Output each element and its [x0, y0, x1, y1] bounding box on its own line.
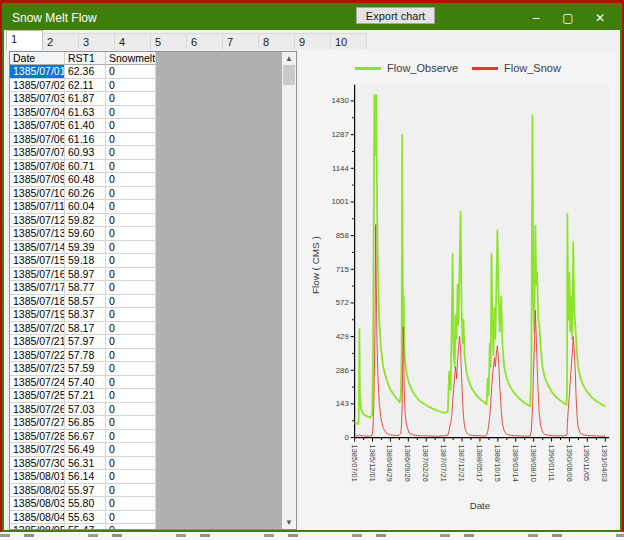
- scrollbar-thumb[interactable]: [283, 65, 295, 85]
- cell-snowmelt[interactable]: 0: [106, 214, 156, 228]
- cell-rst1[interactable]: 56.49: [65, 443, 106, 457]
- cell-rst1[interactable]: 60.93: [65, 146, 106, 160]
- table-row[interactable]: 1385/07/24 57.40 0: [10, 376, 282, 390]
- cell-date[interactable]: 1385/07/08: [10, 160, 65, 174]
- cell-snowmelt[interactable]: 0: [106, 227, 156, 241]
- table-row[interactable]: 1385/07/21 57.97 0: [10, 335, 282, 349]
- table-row[interactable]: 1385/07/08 60.71 0: [10, 160, 282, 174]
- cell-rst1[interactable]: 55.47: [65, 524, 106, 529]
- close-icon[interactable]: ✕: [584, 5, 616, 30]
- table-row[interactable]: 1385/07/09 60.48 0: [10, 173, 282, 187]
- tab[interactable]: 5: [150, 33, 187, 50]
- cell-date[interactable]: 1385/08/01: [10, 470, 65, 484]
- cell-date[interactable]: 1385/07/15: [10, 254, 65, 268]
- cell-snowmelt[interactable]: 0: [106, 146, 156, 160]
- table-row[interactable]: 1385/07/03 61.87 0: [10, 92, 282, 106]
- cell-rst1[interactable]: 59.39: [65, 241, 106, 255]
- cell-date[interactable]: 1385/07/06: [10, 133, 65, 147]
- cell-date[interactable]: 1385/08/02: [10, 484, 65, 498]
- column-header-snowmelt[interactable]: Snowmelt: [106, 52, 156, 65]
- cell-rst1[interactable]: 56.31: [65, 457, 106, 471]
- table-row[interactable]: 1385/07/19 58.37 0: [10, 308, 282, 322]
- cell-date[interactable]: 1385/07/30: [10, 457, 65, 471]
- cell-snowmelt[interactable]: 0: [106, 416, 156, 430]
- tab[interactable]: 4: [114, 33, 151, 50]
- cell-snowmelt[interactable]: 0: [106, 281, 156, 295]
- cell-date[interactable]: 1385/07/22: [10, 349, 65, 363]
- cell-date[interactable]: 1385/07/20: [10, 322, 65, 336]
- cell-rst1[interactable]: 62.36: [65, 65, 106, 79]
- table-row[interactable]: 1385/07/22 57.78 0: [10, 349, 282, 363]
- cell-rst1[interactable]: 59.18: [65, 254, 106, 268]
- cell-rst1[interactable]: 58.37: [65, 308, 106, 322]
- cell-snowmelt[interactable]: 0: [106, 119, 156, 133]
- cell-date[interactable]: 1385/07/13: [10, 227, 65, 241]
- column-header-date[interactable]: Date: [10, 52, 65, 65]
- cell-date[interactable]: 1385/07/27: [10, 416, 65, 430]
- cell-date[interactable]: 1385/07/17: [10, 281, 65, 295]
- table-row[interactable]: 1385/07/23 57.59 0: [10, 362, 282, 376]
- tab[interactable]: 8: [258, 33, 295, 50]
- cell-date[interactable]: 1385/07/14: [10, 241, 65, 255]
- table-row[interactable]: 1385/07/05 61.40 0: [10, 119, 282, 133]
- cell-snowmelt[interactable]: 0: [106, 511, 156, 525]
- cell-date[interactable]: 1385/07/01: [10, 65, 65, 79]
- cell-date[interactable]: 1385/07/03: [10, 92, 65, 106]
- grid-vertical-scrollbar[interactable]: ▲ ▼: [282, 52, 296, 529]
- table-row[interactable]: 1385/07/02 62.11 0: [10, 79, 282, 93]
- cell-date[interactable]: 1385/08/04: [10, 511, 65, 525]
- cell-snowmelt[interactable]: 0: [106, 484, 156, 498]
- cell-date[interactable]: 1385/07/11: [10, 200, 65, 214]
- table-row[interactable]: 1385/07/16 58.97 0: [10, 268, 282, 282]
- scrollbar-track[interactable]: [282, 85, 296, 516]
- table-row[interactable]: 1385/07/06 61.16 0: [10, 133, 282, 147]
- cell-rst1[interactable]: 57.03: [65, 403, 106, 417]
- cell-rst1[interactable]: 59.60: [65, 227, 106, 241]
- cell-date[interactable]: 1385/07/21: [10, 335, 65, 349]
- cell-rst1[interactable]: 58.97: [65, 268, 106, 282]
- cell-date[interactable]: 1385/07/07: [10, 146, 65, 160]
- cell-rst1[interactable]: 57.78: [65, 349, 106, 363]
- cell-rst1[interactable]: 56.67: [65, 430, 106, 444]
- cell-rst1[interactable]: 60.26: [65, 187, 106, 201]
- cell-snowmelt[interactable]: 0: [106, 524, 156, 529]
- cell-rst1[interactable]: 57.97: [65, 335, 106, 349]
- cell-rst1[interactable]: 56.85: [65, 416, 106, 430]
- table-row[interactable]: 1385/07/12 59.82 0: [10, 214, 282, 228]
- table-row[interactable]: 1385/07/20 58.17 0: [10, 322, 282, 336]
- cell-snowmelt[interactable]: 0: [106, 295, 156, 309]
- cell-snowmelt[interactable]: 0: [106, 92, 156, 106]
- cell-date[interactable]: 1385/07/05: [10, 119, 65, 133]
- cell-rst1[interactable]: 61.87: [65, 92, 106, 106]
- table-row[interactable]: 1385/07/14 59.39 0: [10, 241, 282, 255]
- cell-date[interactable]: 1385/08/03: [10, 497, 65, 511]
- cell-rst1[interactable]: 55.63: [65, 511, 106, 525]
- cell-snowmelt[interactable]: 0: [106, 187, 156, 201]
- cell-snowmelt[interactable]: 0: [106, 160, 156, 174]
- cell-snowmelt[interactable]: 0: [106, 308, 156, 322]
- cell-snowmelt[interactable]: 0: [106, 65, 156, 79]
- table-row[interactable]: 1385/07/25 57.21 0: [10, 389, 282, 403]
- table-row[interactable]: 1385/07/28 56.67 0: [10, 430, 282, 444]
- cell-snowmelt[interactable]: 0: [106, 133, 156, 147]
- cell-snowmelt[interactable]: 0: [106, 335, 156, 349]
- cell-rst1[interactable]: 56.14: [65, 470, 106, 484]
- cell-rst1[interactable]: 59.82: [65, 214, 106, 228]
- minimize-icon[interactable]: –: [520, 5, 552, 30]
- cell-snowmelt[interactable]: 0: [106, 457, 156, 471]
- cell-snowmelt[interactable]: 0: [106, 403, 156, 417]
- cell-date[interactable]: 1385/07/26: [10, 403, 65, 417]
- cell-rst1[interactable]: 58.57: [65, 295, 106, 309]
- table-row[interactable]: 1385/08/02 55.97 0: [10, 484, 282, 498]
- cell-snowmelt[interactable]: 0: [106, 389, 156, 403]
- cell-snowmelt[interactable]: 0: [106, 79, 156, 93]
- cell-date[interactable]: 1385/07/02: [10, 79, 65, 93]
- cell-snowmelt[interactable]: 0: [106, 376, 156, 390]
- cell-snowmelt[interactable]: 0: [106, 106, 156, 120]
- cell-snowmelt[interactable]: 0: [106, 268, 156, 282]
- cell-rst1[interactable]: 60.71: [65, 160, 106, 174]
- cell-rst1[interactable]: 61.40: [65, 119, 106, 133]
- maximize-icon[interactable]: ▢: [552, 5, 584, 30]
- table-row[interactable]: 1385/07/15 59.18 0: [10, 254, 282, 268]
- cell-snowmelt[interactable]: 0: [106, 349, 156, 363]
